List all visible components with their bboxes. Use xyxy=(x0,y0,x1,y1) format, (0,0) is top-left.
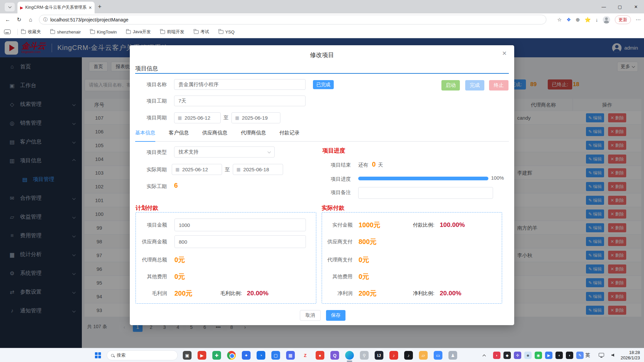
days-left-prefix: 还有 xyxy=(358,162,368,168)
action-button-终止[interactable]: 终止 xyxy=(489,80,508,90)
cancel-button[interactable]: 取消 xyxy=(300,310,321,321)
tray-qq2-icon[interactable]: ◖ xyxy=(566,352,573,359)
dialog-tab-代理商信息[interactable]: 代理商信息 xyxy=(241,130,266,142)
action-button-完成[interactable]: 完成 xyxy=(465,80,484,90)
tray-shield-icon[interactable]: ◆ xyxy=(503,352,511,359)
payment-row: 项目金额1000 xyxy=(136,219,316,231)
bookmark-folder[interactable]: YSQ xyxy=(219,29,234,35)
home-button[interactable]: ⌂ xyxy=(25,17,36,23)
actual-payment-title: 实际付款 xyxy=(322,204,344,212)
start-button[interactable] xyxy=(95,352,101,358)
search-placeholder: 搜索 xyxy=(117,352,125,358)
actual-start-input[interactable]: ▦2025-06-12 xyxy=(172,164,222,175)
dialog-close-icon[interactable]: ✕ xyxy=(502,50,507,57)
extension-blue-icon[interactable]: ❖ xyxy=(567,17,571,23)
ratio-label: 净利比例: xyxy=(413,290,434,297)
maximize-button[interactable]: ▢ xyxy=(612,0,628,13)
folder-icon xyxy=(90,30,95,34)
wechat-devtools-icon[interactable]: ✚ xyxy=(212,351,221,360)
sidebar-panel-icon[interactable] xyxy=(4,29,11,34)
kingtowin-icon[interactable]: ▶ xyxy=(198,351,206,360)
app-purple-icon[interactable]: Q xyxy=(330,351,339,360)
new-tab-button[interactable]: + xyxy=(98,3,102,10)
folder-icon xyxy=(50,30,55,34)
payment-input[interactable]: 1000 xyxy=(174,219,306,231)
minimize-button[interactable]: — xyxy=(596,0,612,13)
bookmark-folder[interactable]: shenzhenair xyxy=(50,29,81,35)
app-red-icon[interactable]: ● xyxy=(316,351,324,360)
bookmark-folder[interactable]: 前端开发 xyxy=(160,29,184,35)
profile-avatar[interactable] xyxy=(603,16,610,23)
period-start-input[interactable]: ▦2025-06-12 xyxy=(174,112,221,123)
bookmark-folder[interactable]: 考试 xyxy=(194,29,209,35)
refresh-button[interactable]: ↻ xyxy=(13,16,25,23)
tab-close-icon[interactable]: ✕ xyxy=(89,5,92,10)
tray-purple-icon[interactable]: ✣ xyxy=(514,352,521,359)
remark-input[interactable] xyxy=(358,187,493,199)
site-info-icon[interactable]: ⓘ xyxy=(43,17,48,23)
zhihu-icon[interactable]: Z xyxy=(301,351,310,360)
tab-search-button[interactable] xyxy=(5,3,15,11)
app-gray-icon[interactable]: ⚲ xyxy=(360,351,369,360)
app-black-icon[interactable]: ♪ xyxy=(404,351,413,360)
tray-pen-icon[interactable]: ✎ xyxy=(576,352,584,359)
app-blue-icon[interactable]: ✦ xyxy=(242,351,251,360)
project-name-input[interactable]: 贵金属行情小程序 xyxy=(174,79,306,90)
back-button[interactable]: ← xyxy=(2,17,13,23)
remark-label: 项目备注 xyxy=(319,189,351,196)
close-button[interactable]: ✕ xyxy=(628,0,644,13)
screen-icon[interactable]: ▭ xyxy=(434,351,442,360)
browser-blue-icon[interactable]: ◔ xyxy=(257,351,265,360)
music-red-icon[interactable]: ♪ xyxy=(389,351,398,360)
folder-icon xyxy=(219,30,223,34)
bookmark-folder[interactable]: 收藏夹 xyxy=(21,29,41,35)
project-type-label: 项目类型 xyxy=(135,149,167,156)
ratio-value: 100.00% xyxy=(440,221,465,229)
section-project-info: 项目信息 xyxy=(135,65,158,72)
dialog-tab-客户信息[interactable]: 客户信息 xyxy=(169,130,189,142)
browser-menu-icon[interactable]: ⋯ xyxy=(636,17,641,23)
dialog-tab-供应商信息[interactable]: 供应商信息 xyxy=(202,130,227,142)
bookmark-folder[interactable]: KingTowin xyxy=(90,29,117,35)
favorites-bar-icon[interactable]: ⭐ xyxy=(585,17,591,23)
payment-row: 供应商金额800 xyxy=(136,235,316,248)
favorite-star-icon[interactable]: ☆ xyxy=(557,17,561,23)
ime-indicator[interactable]: 英 xyxy=(585,348,590,362)
taskbar-search[interactable]: 搜索 xyxy=(107,350,178,360)
store-icon[interactable]: ▦ xyxy=(286,351,295,360)
person-gray-icon[interactable]: ♟ xyxy=(448,351,457,360)
app-blue2-icon[interactable]: ▢ xyxy=(271,351,280,360)
dialog-tab-付款记录[interactable]: 付款记录 xyxy=(279,130,300,142)
actual-end-input[interactable]: ▦2025-06-18 xyxy=(233,164,283,175)
network-icon[interactable] xyxy=(599,353,604,357)
project-duration-input[interactable]: 7天 xyxy=(174,96,306,106)
update-button[interactable]: 更新 xyxy=(615,15,631,24)
collections-icon[interactable]: ⊕ xyxy=(576,17,580,23)
payment-value: 1000元 xyxy=(359,221,380,230)
payment-input[interactable]: 800 xyxy=(174,235,306,248)
tray-wechat-icon[interactable]: ◉ xyxy=(535,352,542,359)
tray-qq-icon[interactable]: ◖ xyxy=(555,352,563,359)
project-duration-label: 项目工期 xyxy=(135,98,167,104)
tray-blue-icon[interactable]: ▶ xyxy=(545,352,552,359)
project-type-select[interactable]: 技术支持 xyxy=(174,146,275,158)
app-dark-icon[interactable]: ▣ xyxy=(183,351,192,360)
folder-icon[interactable]: ▱ xyxy=(419,351,428,360)
bookmark-folder[interactable]: Java开发 xyxy=(126,29,151,35)
period-end-input[interactable]: ▦2025-06-19 xyxy=(231,112,280,123)
downloads-icon[interactable]: ↓ xyxy=(596,17,598,22)
taskbar-clock[interactable]: 18:28 2026/1/23 xyxy=(621,350,640,361)
payment-label: 其他费用 xyxy=(322,274,353,280)
tray-avatar-icon[interactable]: ☻ xyxy=(524,352,532,359)
chrome-icon[interactable] xyxy=(227,351,236,360)
browser-tab[interactable]: ▶ KingCRM-金斗云客户关系管理系统 ✕ xyxy=(17,2,95,13)
tray-expand-chevron[interactable] xyxy=(483,348,485,362)
url-input[interactable]: ⓘ localhost:5173/project/projectManage xyxy=(39,15,546,24)
save-button[interactable]: 保存 xyxy=(326,310,345,321)
idea-icon[interactable]: IJ xyxy=(375,351,383,360)
action-button-启动[interactable]: 启动 xyxy=(441,80,460,90)
ratio-label: 毛利比例: xyxy=(220,290,242,297)
dialog-tab-基本信息[interactable]: 基本信息 xyxy=(135,130,155,142)
tray-red-icon[interactable]: ◗ xyxy=(493,352,500,359)
edge-icon[interactable] xyxy=(345,351,354,360)
